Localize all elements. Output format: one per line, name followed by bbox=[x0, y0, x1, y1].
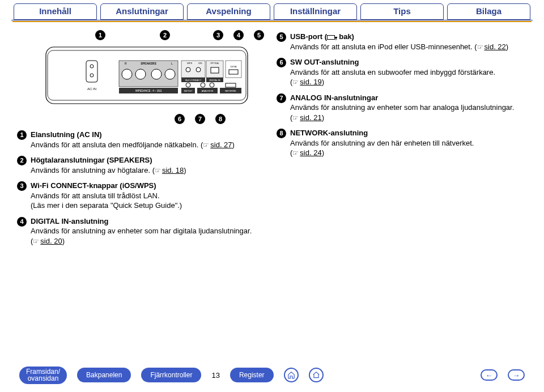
callout-3: 3 bbox=[213, 30, 223, 40]
callout-2: 2 bbox=[160, 30, 170, 40]
callout-5: 5 bbox=[254, 30, 264, 40]
callout-1: 1 bbox=[95, 30, 105, 40]
link-sid-22[interactable]: sid. 22 bbox=[484, 42, 506, 51]
hand-icon: ☞ bbox=[203, 140, 209, 150]
item-7: 7 ANALOG IN-anslutningar Används för ans… bbox=[277, 93, 527, 123]
svg-text:OPTICAL: OPTICAL bbox=[210, 62, 219, 65]
link-sid-21[interactable]: sid. 21 bbox=[300, 113, 321, 122]
top-tabs: Innehåll Anslutningar Avspelning Inställ… bbox=[0, 0, 544, 20]
svg-point-11 bbox=[135, 69, 146, 79]
svg-point-37 bbox=[210, 83, 214, 87]
hand-icon: ☞ bbox=[292, 148, 299, 157]
svg-text:WPS: WPS bbox=[187, 62, 192, 65]
svg-point-12 bbox=[151, 69, 162, 79]
link-sid-24[interactable]: sid. 24 bbox=[300, 148, 321, 157]
svg-text:IMPEDANCE : 4 ~ 16Ω: IMPEDANCE : 4 ~ 16Ω bbox=[135, 90, 162, 92]
svg-point-13 bbox=[165, 69, 175, 79]
hand-icon: ☞ bbox=[292, 78, 299, 87]
tab-tips[interactable]: Tips bbox=[360, 3, 444, 20]
svg-text:5V/1A: 5V/1A bbox=[231, 65, 237, 68]
tab-bilaga[interactable]: Bilaga bbox=[447, 3, 530, 20]
item-5: 5 USB-port (, bak) Används för att anslu… bbox=[277, 32, 527, 52]
btn-framsidan[interactable]: Framsidan/ ovansidan bbox=[19, 367, 67, 384]
svg-text:AC IN: AC IN bbox=[87, 87, 96, 91]
callout-4: 4 bbox=[233, 30, 244, 40]
footer-nav: Framsidan/ ovansidan Bakpanelen Fjärrkon… bbox=[0, 367, 544, 384]
device-rear-svg: AC IN SPEAKERS R L IMPEDANCE : 4 ~ 16Ω W… bbox=[45, 44, 249, 112]
tab-anslutningar[interactable]: Anslutningar bbox=[100, 3, 184, 20]
item-6: 6 SW OUT-anslutning Används för att ansl… bbox=[277, 57, 527, 87]
page-number: 13 bbox=[211, 371, 219, 380]
home-alt-icon[interactable] bbox=[309, 368, 324, 382]
divider-outer bbox=[11, 20, 533, 20]
btn-register[interactable]: Register bbox=[230, 368, 274, 382]
tab-innehall[interactable]: Innehåll bbox=[14, 3, 97, 20]
svg-text:R: R bbox=[125, 62, 127, 65]
btn-bakpanelen[interactable]: Bakpanelen bbox=[77, 368, 131, 382]
callout-8: 8 bbox=[215, 114, 226, 124]
callout-7: 7 bbox=[195, 114, 205, 124]
svg-rect-25 bbox=[211, 67, 219, 73]
tab-installningar[interactable]: Inställningar bbox=[274, 3, 357, 20]
svg-rect-30 bbox=[229, 70, 238, 74]
callout-6: 6 bbox=[175, 114, 185, 124]
hand-icon: ☞ bbox=[477, 42, 483, 52]
svg-point-10 bbox=[122, 69, 132, 79]
item-1: 1 Elanslutning (AC IN) Används för att a… bbox=[17, 130, 267, 150]
svg-text:ANALOG IN: ANALOG IN bbox=[202, 90, 214, 92]
item-4: 4 DIGITAL IN-anslutning Används för ansl… bbox=[17, 216, 267, 246]
next-page-button[interactable]: → bbox=[508, 369, 525, 381]
svg-rect-40 bbox=[226, 83, 236, 87]
svg-point-20 bbox=[196, 67, 201, 72]
svg-text:NETWORK: NETWORK bbox=[225, 90, 236, 92]
prev-page-button[interactable]: ← bbox=[481, 369, 498, 381]
link-sid-19[interactable]: sid. 19 bbox=[300, 78, 321, 86]
link-sid-20[interactable]: sid. 20 bbox=[40, 237, 62, 245]
usb-icon bbox=[327, 35, 335, 40]
hand-icon: ☞ bbox=[292, 113, 299, 122]
rear-panel-diagram: 1 2 3 4 5 AC IN SPEAKERS R L bbox=[45, 30, 267, 124]
link-sid-27[interactable]: sid. 27 bbox=[210, 140, 232, 149]
svg-rect-28 bbox=[226, 61, 241, 78]
svg-point-19 bbox=[186, 67, 190, 72]
hand-icon: ☞ bbox=[155, 166, 161, 175]
hand-icon: ☞ bbox=[33, 237, 39, 246]
svg-point-33 bbox=[186, 83, 190, 87]
svg-text:L: L bbox=[171, 62, 173, 65]
item-8: 8 NETWORK-anslutning Används för anslutn… bbox=[277, 128, 527, 158]
svg-text:DIGITAL IN: DIGITAL IN bbox=[209, 79, 220, 82]
tab-avspelning[interactable]: Avspelning bbox=[187, 3, 270, 20]
item-3: 3 Wi-Fi CONNECT-knappar (iOS/WPS) Använd… bbox=[17, 181, 267, 211]
svg-point-36 bbox=[201, 83, 205, 87]
link-sid-18[interactable]: sid. 18 bbox=[162, 166, 184, 174]
item-2: 2 Högtalaranslutningar (SPEAKERS) Använd… bbox=[17, 155, 267, 175]
svg-text:SW OUT: SW OUT bbox=[184, 90, 193, 92]
svg-text:SPEAKERS: SPEAKERS bbox=[141, 62, 156, 65]
svg-text:Wi-Fi CONNECT: Wi-Fi CONNECT bbox=[185, 79, 202, 82]
home-icon[interactable] bbox=[284, 368, 299, 382]
btn-fjarrkontroller[interactable]: Fjärrkontroller bbox=[141, 368, 201, 382]
svg-text:iOS: iOS bbox=[198, 62, 202, 65]
